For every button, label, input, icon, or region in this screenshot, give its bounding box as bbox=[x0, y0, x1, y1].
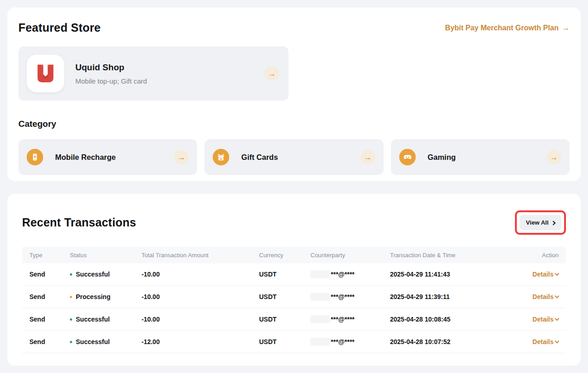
cell-type: Send bbox=[29, 271, 70, 278]
details-link[interactable]: Details bbox=[503, 316, 559, 323]
chevron-down-icon bbox=[555, 339, 560, 344]
cell-counterparty: ***@**** bbox=[311, 316, 390, 323]
redacted-blur bbox=[311, 271, 330, 278]
column-header-counterparty: Counterparty bbox=[311, 252, 390, 259]
cell-action: Details bbox=[503, 338, 559, 345]
arrow-right-icon: → bbox=[562, 24, 570, 32]
chevron-down-icon bbox=[555, 316, 560, 321]
cell-type: Send bbox=[29, 316, 70, 323]
cell-status: Processing bbox=[70, 293, 141, 300]
annotation-highlight-box: View All bbox=[515, 210, 566, 235]
uquid-logo bbox=[27, 55, 64, 92]
cell-action: Details bbox=[503, 271, 559, 278]
arrow-right-icon: → bbox=[550, 153, 558, 161]
cell-counterparty: ***@**** bbox=[311, 293, 390, 300]
store-arrow-button[interactable]: → bbox=[265, 66, 279, 81]
arrow-right-icon: → bbox=[268, 70, 276, 78]
column-header-type: Type bbox=[29, 252, 70, 259]
merchant-growth-plan-link[interactable]: Bybit Pay Merchant Growth Plan → bbox=[445, 24, 570, 32]
table-header-row: Type Status Total Transaction Amount Cur… bbox=[22, 247, 566, 263]
cell-amount: -10.00 bbox=[141, 271, 259, 278]
table-row: Send Successful -12.00 USDT ***@**** 202… bbox=[22, 331, 566, 353]
gaming-icon bbox=[399, 149, 416, 165]
cell-datetime: 2025-04-29 11:39:11 bbox=[390, 293, 503, 300]
category-arrow-button[interactable]: → bbox=[547, 150, 561, 164]
chevron-down-icon bbox=[555, 294, 560, 299]
store-card-uquid[interactable]: Uquid Shop Mobile top-up; Gift card → bbox=[18, 46, 288, 101]
cell-amount: -12.00 bbox=[141, 338, 259, 345]
cell-datetime: 2025-04-28 10:07:52 bbox=[390, 338, 503, 345]
category-card-mobile-recharge[interactable]: Mobile Recharge → bbox=[18, 139, 197, 175]
details-label: Details bbox=[532, 316, 554, 323]
cell-status: Successful bbox=[70, 338, 141, 345]
details-label: Details bbox=[532, 293, 554, 300]
view-all-button[interactable]: View All bbox=[520, 215, 561, 230]
status-label: Successful bbox=[76, 271, 110, 278]
view-all-label: View All bbox=[526, 219, 548, 226]
cell-datetime: 2025-04-29 11:41:43 bbox=[390, 271, 503, 278]
cell-currency: USDT bbox=[259, 316, 311, 323]
status-dot bbox=[70, 341, 72, 343]
category-title: Category bbox=[18, 119, 570, 129]
details-label: Details bbox=[532, 271, 554, 278]
status-label: Successful bbox=[76, 338, 110, 345]
cell-status: Successful bbox=[70, 316, 141, 323]
redacted-blur bbox=[311, 338, 330, 345]
column-header-action: Action bbox=[503, 252, 559, 259]
featured-store-card: Featured Store Bybit Pay Merchant Growth… bbox=[7, 7, 581, 181]
status-label: Processing bbox=[76, 293, 110, 300]
status-dot bbox=[70, 296, 72, 298]
status-dot bbox=[70, 273, 72, 276]
cell-currency: USDT bbox=[259, 271, 311, 278]
details-link[interactable]: Details bbox=[503, 271, 559, 278]
cell-type: Send bbox=[29, 338, 70, 345]
cell-amount: -10.00 bbox=[141, 316, 259, 323]
category-arrow-button[interactable]: → bbox=[361, 150, 375, 164]
cell-counterparty: ***@**** bbox=[311, 338, 390, 345]
store-name: Uquid Shop bbox=[75, 62, 147, 73]
cell-action: Details bbox=[503, 316, 559, 323]
cell-status: Successful bbox=[70, 271, 141, 278]
cell-counterparty: ***@**** bbox=[311, 271, 390, 278]
cell-type: Send bbox=[29, 293, 70, 300]
arrow-right-icon: → bbox=[178, 153, 186, 161]
transactions-table: Type Status Total Transaction Amount Cur… bbox=[22, 247, 566, 353]
cell-datetime: 2025-04-28 10:08:45 bbox=[390, 316, 503, 323]
column-header-amount: Total Transaction Amount bbox=[141, 252, 259, 259]
details-label: Details bbox=[532, 338, 554, 345]
transactions-title: Recent Transactions bbox=[22, 216, 136, 229]
category-card-gaming[interactable]: Gaming → bbox=[391, 139, 570, 175]
counterparty-masked: ***@**** bbox=[331, 338, 355, 345]
status-label: Successful bbox=[76, 316, 110, 323]
table-row: Send Successful -10.00 USDT ***@**** 202… bbox=[22, 308, 566, 331]
category-label: Gift Cards bbox=[241, 153, 278, 162]
featured-store-title: Featured Store bbox=[18, 21, 101, 34]
mobile-recharge-icon bbox=[27, 149, 43, 165]
details-link[interactable]: Details bbox=[503, 293, 559, 300]
store-description: Mobile top-up; Gift card bbox=[75, 77, 147, 85]
chevron-down-icon bbox=[555, 271, 560, 276]
cell-currency: USDT bbox=[259, 338, 311, 345]
gift-cards-icon bbox=[213, 149, 229, 165]
column-header-currency: Currency bbox=[259, 252, 311, 259]
store-texts: Uquid Shop Mobile top-up; Gift card bbox=[75, 62, 147, 85]
merchant-growth-plan-label: Bybit Pay Merchant Growth Plan bbox=[445, 24, 559, 32]
cell-currency: USDT bbox=[259, 293, 311, 300]
category-row: Mobile Recharge → Gift Cards → bbox=[18, 139, 570, 175]
table-row: Send Successful -10.00 USDT ***@**** 202… bbox=[22, 263, 566, 286]
uquid-u-icon bbox=[35, 63, 56, 84]
category-card-gift-cards[interactable]: Gift Cards → bbox=[204, 139, 383, 175]
column-header-status: Status bbox=[70, 252, 141, 259]
category-label: Mobile Recharge bbox=[55, 153, 116, 162]
redacted-blur bbox=[311, 316, 330, 323]
cell-amount: -10.00 bbox=[141, 293, 259, 300]
category-label: Gaming bbox=[428, 153, 456, 162]
counterparty-masked: ***@**** bbox=[331, 293, 355, 300]
arrow-right-icon: → bbox=[364, 153, 372, 161]
details-link[interactable]: Details bbox=[503, 338, 559, 345]
transactions-header: Recent Transactions View All bbox=[22, 210, 566, 235]
counterparty-masked: ***@**** bbox=[331, 316, 355, 323]
featured-store-header: Featured Store Bybit Pay Merchant Growth… bbox=[18, 21, 570, 34]
column-header-datetime: Transaction Date & Time bbox=[390, 252, 503, 259]
category-arrow-button[interactable]: → bbox=[174, 150, 189, 164]
